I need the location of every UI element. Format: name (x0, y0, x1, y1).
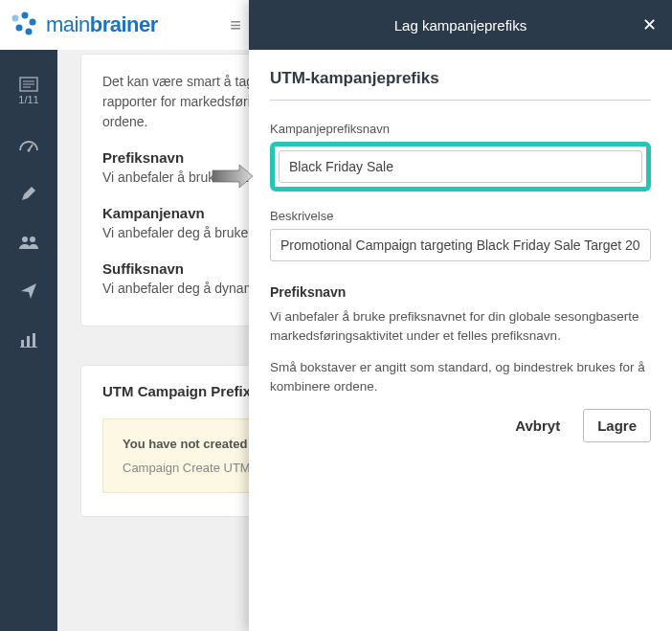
save-button[interactable]: Lagre (583, 409, 651, 442)
gauge-icon (18, 137, 39, 152)
logo-icon (8, 9, 40, 41)
svg-point-10 (28, 149, 31, 152)
users-icon (18, 235, 39, 250)
onboarding-progress: 1/11 (18, 94, 38, 106)
left-navigation-rail: 1/11 (0, 50, 57, 631)
menu-toggle-icon[interactable]: ≡ (230, 15, 241, 34)
svg-point-1 (22, 12, 29, 19)
brand-bold: brainer (90, 12, 158, 36)
nav-item-dashboard[interactable] (18, 137, 39, 154)
nav-item-onboarding[interactable]: 1/11 (18, 77, 38, 106)
cancel-button[interactable]: Avbryt (502, 409, 573, 442)
info-paragraph-2: Små bokstaver er angitt som standard, og… (270, 358, 651, 395)
nav-item-create[interactable] (20, 185, 37, 204)
svg-rect-14 (27, 336, 30, 347)
info-heading: Prefiksnavn (270, 284, 651, 300)
svg-point-4 (26, 29, 33, 35)
panel-actions: Avbryt Lagre (270, 409, 651, 442)
svg-point-3 (16, 25, 23, 32)
panel-section-title: UTM-kampanjeprefiks (270, 69, 651, 101)
nav-item-send[interactable] (20, 282, 37, 302)
brand-name: mainbrainer (46, 12, 158, 37)
description-label: Beskrivelse (270, 209, 651, 223)
svg-point-11 (22, 237, 28, 242)
nav-item-reports[interactable] (20, 332, 37, 349)
panel-header: Lag kampanjeprefiks ✕ (249, 0, 672, 50)
topbar: mainbrainer ≡ (0, 0, 249, 50)
svg-point-0 (12, 15, 19, 22)
panel-body: UTM-kampanjeprefiks Kampanjeprefiksnavn … (249, 50, 672, 631)
chart-bar-icon (20, 332, 37, 348)
brand-main: main (46, 12, 90, 36)
prefix-name-input[interactable] (279, 150, 642, 183)
send-icon (20, 282, 37, 300)
prefix-name-highlight (270, 142, 651, 192)
svg-point-2 (30, 19, 36, 26)
info-paragraph-1: Vi anbefaler å bruke prefiksnavnet for d… (270, 307, 651, 345)
svg-point-12 (30, 237, 35, 242)
close-icon[interactable]: ✕ (642, 16, 657, 34)
svg-rect-15 (33, 333, 35, 347)
description-input[interactable] (270, 229, 651, 261)
panel-header-title: Lag kampanjeprefiks (394, 17, 526, 34)
create-prefix-panel: Lag kampanjeprefiks ✕ UTM-kampanjeprefik… (249, 0, 672, 631)
list-icon (18, 77, 38, 92)
pencil-icon (20, 185, 37, 202)
prefix-name-label: Kampanjeprefiksnavn (270, 122, 651, 136)
svg-rect-13 (21, 340, 24, 347)
nav-item-contacts[interactable] (18, 235, 39, 252)
